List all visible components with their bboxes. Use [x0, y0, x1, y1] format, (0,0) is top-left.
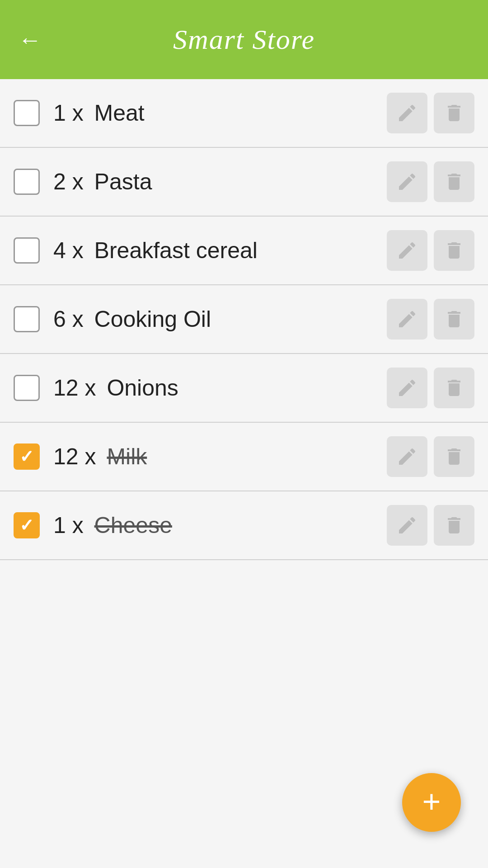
- edit-button-meat[interactable]: [387, 93, 427, 133]
- item-actions-pasta: [387, 161, 474, 202]
- edit-button-cheese[interactable]: [387, 505, 427, 546]
- list-item: 6 x Cooking Oil: [0, 285, 488, 354]
- item-text-onions: 12 x Onions: [53, 375, 387, 401]
- item-actions-cooking-oil: [387, 299, 474, 340]
- app-header: ← Smart Store: [0, 0, 488, 79]
- edit-button-breakfast-cereal[interactable]: [387, 230, 427, 271]
- item-qty-onions: 12 x: [53, 375, 102, 401]
- checkbox-milk[interactable]: [14, 443, 40, 470]
- list-item: 1 x Meat: [0, 79, 488, 148]
- item-actions-meat: [387, 93, 474, 133]
- edit-button-cooking-oil[interactable]: [387, 299, 427, 340]
- item-name-breakfast-cereal: Breakfast cereal: [94, 238, 258, 263]
- item-actions-cheese: [387, 505, 474, 546]
- item-name-onions: Onions: [107, 375, 178, 401]
- delete-button-onions[interactable]: [434, 368, 474, 408]
- checkbox-cheese[interactable]: [14, 512, 40, 538]
- add-item-button[interactable]: +: [402, 773, 461, 832]
- item-qty-breakfast-cereal: 4 x: [53, 238, 90, 263]
- item-text-meat: 1 x Meat: [53, 100, 387, 126]
- list-item: 4 x Breakfast cereal: [0, 217, 488, 285]
- delete-button-meat[interactable]: [434, 93, 474, 133]
- app-title: Smart Store: [173, 24, 315, 56]
- checkbox-onions[interactable]: [14, 375, 40, 401]
- item-qty-cheese: 1 x: [53, 513, 90, 538]
- item-text-breakfast-cereal: 4 x Breakfast cereal: [53, 237, 387, 264]
- item-name-meat: Meat: [94, 100, 145, 126]
- edit-button-milk[interactable]: [387, 436, 427, 477]
- item-name-milk: Milk: [107, 444, 147, 469]
- item-actions-breakfast-cereal: [387, 230, 474, 271]
- delete-button-cheese[interactable]: [434, 505, 474, 546]
- list-item: 12 x Onions: [0, 354, 488, 423]
- item-name-pasta: Pasta: [94, 169, 152, 194]
- edit-button-onions[interactable]: [387, 368, 427, 408]
- list-item: 2 x Pasta: [0, 148, 488, 217]
- checkbox-cooking-oil[interactable]: [14, 306, 40, 332]
- edit-button-pasta[interactable]: [387, 161, 427, 202]
- delete-button-milk[interactable]: [434, 436, 474, 477]
- delete-button-pasta[interactable]: [434, 161, 474, 202]
- item-qty-cooking-oil: 6 x: [53, 307, 90, 332]
- item-actions-milk: [387, 436, 474, 477]
- delete-button-breakfast-cereal[interactable]: [434, 230, 474, 271]
- delete-button-cooking-oil[interactable]: [434, 299, 474, 340]
- back-button[interactable]: ←: [18, 26, 42, 53]
- item-qty-milk: 12 x: [53, 444, 102, 469]
- item-text-milk: 12 x Milk: [53, 443, 387, 470]
- item-text-pasta: 2 x Pasta: [53, 169, 387, 195]
- item-text-cooking-oil: 6 x Cooking Oil: [53, 306, 387, 332]
- list-item: 12 x Milk: [0, 423, 488, 491]
- item-name-cheese: Cheese: [94, 513, 172, 538]
- item-name-cooking-oil: Cooking Oil: [94, 307, 211, 332]
- shopping-list: 1 x Meat 2 x Pasta 4 x Breakfast cereal …: [0, 79, 488, 560]
- plus-icon: +: [422, 786, 441, 817]
- item-qty-meat: 1 x: [53, 100, 90, 126]
- item-text-cheese: 1 x Cheese: [53, 512, 387, 538]
- item-actions-onions: [387, 368, 474, 408]
- item-qty-pasta: 2 x: [53, 169, 90, 194]
- checkbox-pasta[interactable]: [14, 169, 40, 195]
- checkbox-breakfast-cereal[interactable]: [14, 237, 40, 264]
- list-item: 1 x Cheese: [0, 491, 488, 560]
- checkbox-meat[interactable]: [14, 100, 40, 126]
